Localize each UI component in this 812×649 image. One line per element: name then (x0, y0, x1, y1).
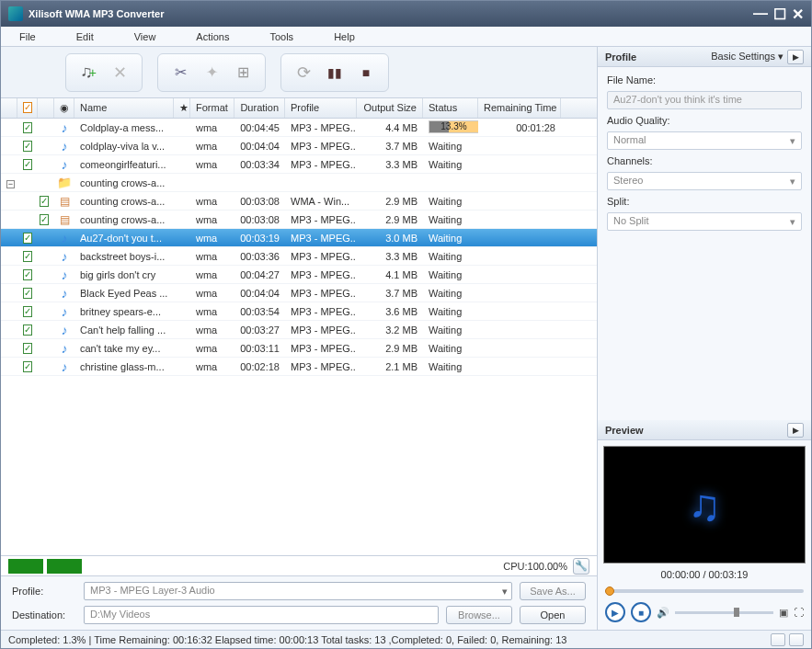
table-row[interactable]: ✓♪can't take my ey...wma00:03:11MP3 - MP… (1, 339, 597, 358)
row-checkbox[interactable]: ✓ (17, 231, 38, 245)
fullscreen-button[interactable]: ⛶ (794, 607, 804, 618)
open-button[interactable]: Open (520, 606, 586, 624)
filename-label: File Name: (607, 74, 802, 85)
music-note-icon: ♫ (688, 480, 721, 530)
delete-button[interactable]: ✕ (107, 60, 132, 85)
status-list-button[interactable] (771, 633, 785, 646)
table-row[interactable]: ✓♪britney spears-e...wma00:03:54MP3 - MP… (1, 302, 597, 321)
menu-edit[interactable]: Edit (76, 31, 94, 42)
volume-slider[interactable] (675, 609, 773, 616)
row-checkbox[interactable]: ✓ (17, 286, 38, 301)
file-status: Waiting (423, 359, 478, 374)
add-file-button[interactable]: ♫+ (75, 60, 101, 85)
row-checkbox[interactable]: ✓ (17, 341, 38, 356)
col-name[interactable]: Name (74, 98, 174, 118)
file-list[interactable]: ✓♪Coldplay-a mess...wma00:04:45MP3 - MPE… (1, 119, 597, 555)
cpu-label: CPU:100.00% (503, 561, 567, 572)
menu-tools[interactable]: Tools (269, 31, 293, 42)
file-format: wma (190, 341, 234, 356)
profile-select[interactable]: MP3 - MPEG Layer-3 Audio▾ (84, 582, 512, 600)
preview-panel-body: ♫ 00:00:00 / 00:03:19 ▶ ■ 🔊 ▣ ⛶ (598, 440, 811, 630)
row-checkbox[interactable]: ✓ (17, 304, 38, 319)
channels-select[interactable]: Stereo▾ (607, 172, 802, 190)
save-as-button[interactable]: Save As... (520, 582, 586, 600)
row-checkbox[interactable]: ✓ (17, 268, 38, 282)
file-duration: 00:03:08 (234, 194, 285, 209)
cut-button[interactable]: ✂ (167, 60, 193, 85)
row-checkbox[interactable] (17, 181, 38, 185)
table-row[interactable]: ✓♪coldplay-viva la v...wma00:04:04MP3 - … (1, 137, 597, 155)
basic-settings-dropdown[interactable]: Basic Settings ▾ (711, 51, 783, 63)
clip-button[interactable]: ⊞ (230, 60, 256, 85)
snapshot-button[interactable]: ▣ (779, 607, 788, 619)
status-detail-button[interactable] (789, 633, 804, 646)
menu-view[interactable]: View (134, 31, 156, 42)
maximize-button[interactable]: ☐ (773, 6, 786, 23)
col-profile[interactable]: Profile (285, 98, 357, 118)
col-format[interactable]: Format (190, 98, 234, 118)
file-profile: MP3 - MPEG... (285, 249, 357, 264)
menu-actions[interactable]: Actions (196, 31, 229, 42)
file-size: 2.9 MB (357, 341, 423, 356)
file-status: Waiting (423, 304, 478, 319)
file-format: wma (190, 323, 234, 337)
table-row[interactable]: ✓♪Au27-don't you t...wma00:03:19MP3 - MP… (1, 229, 597, 247)
table-row[interactable]: ✓♪Can't help falling ...wma00:03:27MP3 -… (1, 321, 597, 339)
table-row[interactable]: ✓▤counting crows-a...wma00:03:08WMA - Wi… (1, 192, 597, 211)
col-star[interactable]: ★ (174, 98, 190, 118)
row-checkbox[interactable]: ✓ (34, 212, 54, 227)
file-duration: 00:03:36 (234, 249, 285, 264)
row-checkbox[interactable]: ✓ (17, 249, 38, 264)
row-checkbox[interactable]: ✓ (17, 359, 38, 374)
table-row[interactable]: ✓♪Coldplay-a mess...wma00:04:45MP3 - MPE… (1, 119, 597, 137)
file-name: Black Eyed Peas ... (74, 286, 174, 301)
file-profile: MP3 - MPEG... (285, 323, 357, 337)
row-checkbox[interactable]: ✓ (17, 157, 38, 172)
row-checkbox[interactable]: ✓ (17, 139, 38, 154)
stop-button[interactable]: ■ (353, 60, 379, 85)
table-row[interactable]: ✓♪backstreet boys-i...wma00:03:36MP3 - M… (1, 247, 597, 266)
profile-collapse-button[interactable]: ▶ (787, 50, 804, 64)
file-remaining (478, 163, 561, 166)
main-pane: ♫+ ✕ ✂ ✦ ⊞ ⟳ ▮▮ ■ ✓ ◉ Name (1, 47, 598, 630)
file-size: 2.9 MB (357, 194, 423, 209)
minimize-button[interactable]: — (753, 6, 768, 23)
row-checkbox[interactable]: ✓ (34, 194, 54, 209)
volume-icon[interactable]: 🔊 (657, 607, 669, 619)
effects-button[interactable]: ✦ (199, 60, 224, 85)
close-button[interactable]: ✕ (792, 6, 804, 23)
col-disc[interactable]: ◉ (54, 98, 74, 118)
browse-button[interactable]: Browse... (446, 606, 512, 624)
file-format: wma (190, 231, 234, 245)
col-duration[interactable]: Duration (234, 98, 285, 118)
col-remaining[interactable]: Remaining Time (478, 98, 561, 118)
cpu-settings-button[interactable]: 🔧 (573, 558, 589, 575)
col-status[interactable]: Status (423, 98, 478, 118)
col-tree[interactable] (1, 98, 17, 118)
table-row[interactable]: −📁counting crows-a... (1, 174, 597, 192)
quality-select[interactable]: Normal▾ (607, 131, 802, 150)
destination-input[interactable]: D:\My Videos (84, 606, 439, 624)
split-select[interactable]: No Split▾ (607, 212, 802, 231)
titlebar: Xilisoft WMA MP3 Converter — ☐ ✕ (1, 1, 811, 27)
table-row[interactable]: ✓♪christine glass-m...wma00:02:18MP3 - M… (1, 358, 597, 376)
col-size[interactable]: Output Size (357, 98, 423, 118)
file-profile: MP3 - MPEG... (285, 268, 357, 282)
filename-input[interactable]: Au27-don't you think it's time (607, 91, 802, 109)
col-check[interactable]: ✓ (17, 98, 38, 118)
seek-slider[interactable] (605, 586, 804, 597)
pause-button[interactable]: ▮▮ (322, 60, 348, 85)
play-button[interactable]: ▶ (605, 602, 625, 622)
table-row[interactable]: ✓♪Black Eyed Peas ...wma00:04:04MP3 - MP… (1, 284, 597, 302)
table-row[interactable]: ✓♪big girls don't crywma00:04:27MP3 - MP… (1, 266, 597, 284)
stop-preview-button[interactable]: ■ (631, 602, 651, 622)
menu-help[interactable]: Help (334, 31, 355, 42)
file-status: Waiting (423, 231, 478, 245)
convert-button[interactable]: ⟳ (291, 60, 316, 85)
row-checkbox[interactable]: ✓ (17, 120, 38, 135)
preview-collapse-button[interactable]: ▶ (787, 423, 804, 438)
row-checkbox[interactable]: ✓ (17, 323, 38, 337)
table-row[interactable]: ✓♪comeongirlfeaturi...wma00:03:34MP3 - M… (1, 155, 597, 174)
table-row[interactable]: ✓▤counting crows-a...wma00:03:08MP3 - MP… (1, 211, 597, 229)
menu-file[interactable]: File (19, 31, 36, 42)
